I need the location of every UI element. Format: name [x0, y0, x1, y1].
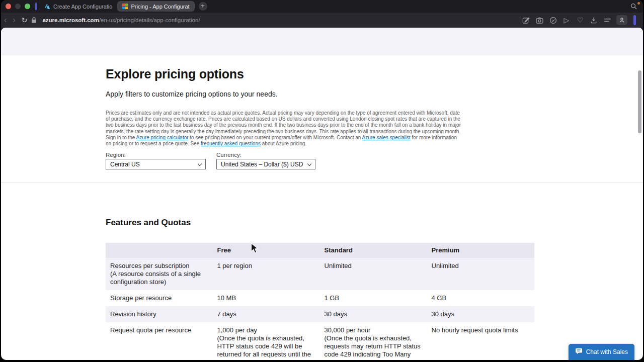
free-cell: 1 per region — [217, 258, 325, 290]
quota-note: (Once the quota is exhausted, requests m… — [325, 334, 427, 360]
free-cell: 10 MB — [217, 290, 325, 306]
currency-select[interactable]: United States – Dollar ($) USD — [216, 159, 315, 169]
hero-band — [1, 28, 643, 55]
tab-accent-bar — [35, 3, 37, 10]
compose-icon[interactable] — [521, 16, 530, 25]
chevron-down-icon — [307, 162, 311, 166]
standard-cell: Unlimited — [325, 258, 432, 290]
azure-pricing-calculator-link[interactable]: Azure pricing calculator — [136, 135, 189, 140]
heart-icon[interactable]: ♡ — [576, 16, 585, 25]
page-viewport: Explore pricing options Apply filters to… — [1, 28, 643, 360]
close-window-button[interactable] — [6, 4, 11, 9]
search-icon[interactable] — [630, 3, 637, 12]
window-controls — [6, 4, 30, 9]
azure-sales-specialist-link[interactable]: Azure sales specialist — [362, 135, 411, 140]
camera-icon[interactable] — [535, 16, 544, 25]
shield-check-icon[interactable] — [548, 16, 557, 25]
chat-button-label: Chat with Sales — [586, 348, 628, 355]
azure-icon — [44, 4, 50, 10]
sidebar-accent-pill — [633, 15, 636, 25]
chevron-down-icon — [198, 162, 202, 166]
region-select[interactable]: Central US — [106, 159, 206, 169]
free-cell: 1,000 per day (Once the quota is exhaust… — [217, 322, 325, 360]
region-selected-value: Central US — [110, 161, 140, 168]
standard-cell: 1 GB — [325, 290, 432, 306]
quota-value: 1,000 per day — [217, 326, 319, 334]
table-row: Storage per resource 10 MB 1 GB 4 GB — [106, 290, 534, 306]
minimize-window-button[interactable] — [15, 4, 21, 9]
table-row: Revision history 7 days 30 days 30 days — [106, 306, 534, 322]
new-tab-button[interactable]: + — [199, 2, 207, 11]
premium-cell: No hourly request quota limits — [432, 322, 534, 360]
page-subtitle: Apply filters to customize pricing optio… — [106, 90, 278, 98]
feature-cell: Resources per subscription (A resource c… — [106, 258, 217, 290]
tab-label: Pricing - App Configurat — [131, 4, 189, 10]
forward-button[interactable]: › — [10, 16, 18, 24]
reader-list-icon[interactable] — [603, 16, 612, 25]
browser-window: Create App Configuratio Pricing - App Co… — [1, 0, 643, 360]
header-premium: Premium — [432, 246, 534, 254]
premium-cell: Unlimited — [432, 258, 534, 290]
tab-bar: Create App Configuratio Pricing - App Co… — [1, 0, 643, 13]
mouse-cursor — [251, 243, 260, 256]
microsoft-logo-icon — [122, 4, 128, 9]
feature-note: (A resource consists of a single configu… — [110, 270, 212, 286]
back-button[interactable]: ‹ — [1, 16, 10, 24]
lock-icon — [29, 16, 38, 25]
features-quotas-title: Features and Quotas — [106, 218, 191, 228]
quota-value: 30,000 per hour — [325, 326, 427, 334]
pricing-disclaimer: Prices are estimates only and are not in… — [106, 110, 463, 147]
feature-cell: Storage per resource — [106, 290, 217, 306]
zoom-window-button[interactable] — [25, 4, 30, 9]
feature-cell: Request quota per resource — [106, 322, 217, 360]
url-path: /en-us/pricing/details/app-configuration… — [99, 17, 200, 23]
quota-note: (Once the quota is exhausted, HTTP statu… — [217, 334, 319, 360]
feature-name: Resources per subscription — [110, 262, 212, 270]
standard-cell: 30,000 per hour (Once the quota is exhau… — [325, 322, 432, 360]
table-row: Request quota per resource 1,000 per day… — [106, 322, 534, 360]
disclaimer-text: to see pricing based on your current pro… — [189, 135, 362, 140]
table-header-row: Free Standard Premium — [106, 243, 534, 258]
page-title: Explore pricing options — [106, 67, 244, 81]
header-standard: Standard — [325, 246, 432, 254]
region-label: Region: — [106, 152, 126, 158]
currency-label: Currency: — [216, 152, 242, 158]
faq-link[interactable]: frequently asked questions — [201, 141, 261, 146]
premium-cell: 30 days — [432, 306, 534, 322]
toolbar-icons: ▷ ♡ — [521, 13, 636, 28]
profile-icon[interactable] — [616, 15, 627, 25]
tab-label: Create App Configuratio — [53, 4, 112, 10]
premium-cell: 4 GB — [432, 290, 534, 306]
download-icon[interactable] — [589, 16, 598, 25]
feature-cell: Revision history — [106, 306, 217, 322]
tab-pricing-app-configuration[interactable]: Pricing - App Configurat — [117, 1, 194, 12]
free-cell: 7 days — [217, 306, 325, 322]
table-row: Resources per subscription (A resource c… — [106, 258, 534, 290]
features-quotas-table: Free Standard Premium Resources per subs… — [106, 243, 534, 360]
address-field[interactable]: azure.microsoft.com/en-us/pricing/detail… — [42, 17, 200, 23]
standard-cell: 30 days — [325, 306, 432, 322]
url-bar: ‹ › ↻ azure.microsoft.com/en-us/pricing/… — [1, 13, 643, 28]
disclaimer-text: about Azure pricing. — [261, 141, 306, 146]
page-content: Explore pricing options Apply filters to… — [1, 28, 643, 360]
share-icon[interactable]: ▷ — [562, 16, 571, 25]
currency-selected-value: United States – Dollar ($) USD — [221, 161, 303, 168]
chat-with-sales-button[interactable]: Chat with Sales — [569, 344, 634, 360]
url-domain: azure.microsoft.com — [42, 17, 99, 23]
header-free: Free — [217, 246, 325, 254]
scrollbar-thumb[interactable] — [638, 70, 641, 133]
reload-button[interactable]: ↻ — [22, 16, 28, 24]
section-divider — [1, 182, 643, 183]
status-dot — [637, 2, 640, 5]
chat-bubble-icon — [575, 348, 583, 356]
tab-create-app-configuration[interactable]: Create App Configuratio — [39, 1, 117, 12]
